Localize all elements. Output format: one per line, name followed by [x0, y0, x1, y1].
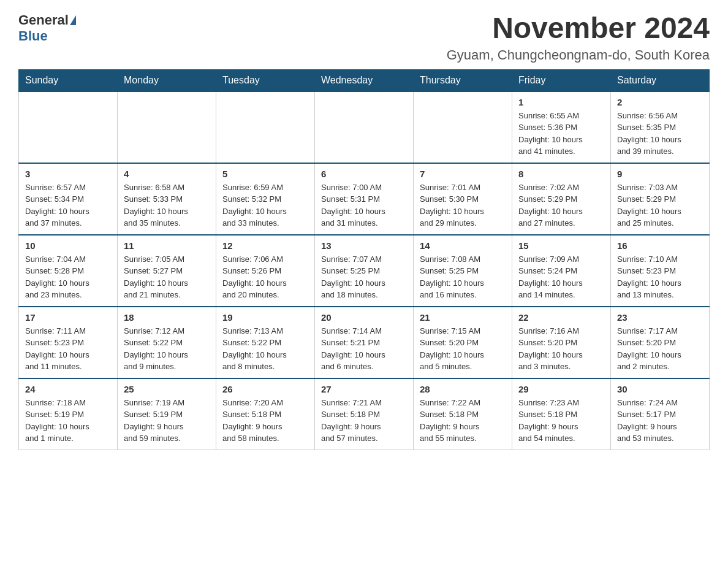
day-info: Sunrise: 6:58 AM Sunset: 5:33 PM Dayligh… — [124, 182, 210, 229]
calendar-cell: 24Sunrise: 7:18 AM Sunset: 5:19 PM Dayli… — [19, 378, 118, 450]
day-info: Sunrise: 6:57 AM Sunset: 5:34 PM Dayligh… — [25, 182, 111, 229]
day-info: Sunrise: 7:15 AM Sunset: 5:20 PM Dayligh… — [420, 325, 506, 373]
day-info: Sunrise: 7:10 AM Sunset: 5:23 PM Dayligh… — [617, 253, 703, 301]
day-info: Sunrise: 7:02 AM Sunset: 5:29 PM Dayligh… — [518, 182, 604, 229]
day-number: 17 — [25, 312, 111, 323]
calendar-cell: 25Sunrise: 7:19 AM Sunset: 5:19 PM Dayli… — [118, 378, 216, 450]
logo-triangle-icon — [70, 15, 76, 25]
calendar-cell: 21Sunrise: 7:15 AM Sunset: 5:20 PM Dayli… — [414, 307, 512, 378]
day-number: 25 — [124, 384, 210, 394]
day-number: 9 — [617, 169, 703, 179]
day-info: Sunrise: 7:23 AM Sunset: 5:18 PM Dayligh… — [518, 397, 604, 445]
day-info: Sunrise: 7:19 AM Sunset: 5:19 PM Dayligh… — [124, 397, 210, 445]
day-info: Sunrise: 6:56 AM Sunset: 5:35 PM Dayligh… — [617, 110, 703, 158]
day-number: 5 — [222, 169, 308, 179]
calendar-cell: 6Sunrise: 7:00 AM Sunset: 5:31 PM Daylig… — [315, 163, 414, 235]
calendar-week-row: 10Sunrise: 7:04 AM Sunset: 5:28 PM Dayli… — [19, 235, 710, 307]
day-number: 7 — [420, 169, 506, 179]
day-number: 27 — [321, 384, 407, 394]
calendar-cell: 5Sunrise: 6:59 AM Sunset: 5:32 PM Daylig… — [216, 163, 315, 235]
title-block: November 2024 Gyuam, Chungcheongnam-do, … — [447, 12, 710, 63]
calendar-cell: 18Sunrise: 7:12 AM Sunset: 5:22 PM Dayli… — [118, 307, 216, 378]
day-number: 10 — [25, 240, 111, 251]
calendar-cell: 20Sunrise: 7:14 AM Sunset: 5:21 PM Dayli… — [315, 307, 414, 378]
day-number: 20 — [321, 312, 407, 323]
day-info: Sunrise: 7:07 AM Sunset: 5:25 PM Dayligh… — [321, 253, 407, 301]
day-number: 4 — [124, 169, 210, 179]
day-number: 26 — [222, 384, 308, 394]
calendar-cell: 14Sunrise: 7:08 AM Sunset: 5:25 PM Dayli… — [414, 235, 512, 307]
calendar-cell: 4Sunrise: 6:58 AM Sunset: 5:33 PM Daylig… — [118, 163, 216, 235]
calendar-cell: 19Sunrise: 7:13 AM Sunset: 5:22 PM Dayli… — [216, 307, 315, 378]
day-info: Sunrise: 7:20 AM Sunset: 5:18 PM Dayligh… — [222, 397, 308, 445]
day-number: 18 — [124, 312, 210, 323]
calendar-header-sunday: Sunday — [19, 69, 118, 91]
calendar-cell: 1Sunrise: 6:55 AM Sunset: 5:36 PM Daylig… — [512, 91, 611, 163]
calendar-header-saturday: Saturday — [611, 69, 710, 91]
day-number: 15 — [518, 240, 604, 251]
calendar-cell: 10Sunrise: 7:04 AM Sunset: 5:28 PM Dayli… — [19, 235, 118, 307]
calendar-cell — [216, 91, 315, 163]
calendar-cell — [414, 91, 512, 163]
day-number: 29 — [518, 384, 604, 394]
day-info: Sunrise: 7:04 AM Sunset: 5:28 PM Dayligh… — [25, 253, 111, 301]
calendar-cell: 12Sunrise: 7:06 AM Sunset: 5:26 PM Dayli… — [216, 235, 315, 307]
day-info: Sunrise: 7:08 AM Sunset: 5:25 PM Dayligh… — [420, 253, 506, 301]
day-number: 8 — [518, 169, 604, 179]
calendar-header-wednesday: Wednesday — [315, 69, 414, 91]
day-info: Sunrise: 7:09 AM Sunset: 5:24 PM Dayligh… — [518, 253, 604, 301]
calendar-cell: 23Sunrise: 7:17 AM Sunset: 5:20 PM Dayli… — [611, 307, 710, 378]
calendar-header-friday: Friday — [512, 69, 611, 91]
calendar-cell: 30Sunrise: 7:24 AM Sunset: 5:17 PM Dayli… — [611, 378, 710, 450]
calendar-header-thursday: Thursday — [414, 69, 512, 91]
calendar-cell: 29Sunrise: 7:23 AM Sunset: 5:18 PM Dayli… — [512, 378, 611, 450]
day-number: 13 — [321, 240, 407, 251]
calendar-cell: 17Sunrise: 7:11 AM Sunset: 5:23 PM Dayli… — [19, 307, 118, 378]
day-number: 21 — [420, 312, 506, 323]
day-info: Sunrise: 7:18 AM Sunset: 5:19 PM Dayligh… — [25, 397, 111, 445]
calendar-cell: 9Sunrise: 7:03 AM Sunset: 5:29 PM Daylig… — [611, 163, 710, 235]
calendar-cell: 16Sunrise: 7:10 AM Sunset: 5:23 PM Dayli… — [611, 235, 710, 307]
calendar-cell: 2Sunrise: 6:56 AM Sunset: 5:35 PM Daylig… — [611, 91, 710, 163]
logo-blue-text: Blue — [18, 28, 48, 44]
day-number: 16 — [617, 240, 703, 251]
calendar-header-row: SundayMondayTuesdayWednesdayThursdayFrid… — [19, 69, 710, 91]
day-info: Sunrise: 7:00 AM Sunset: 5:31 PM Dayligh… — [321, 182, 407, 229]
day-number: 12 — [222, 240, 308, 251]
day-info: Sunrise: 7:11 AM Sunset: 5:23 PM Dayligh… — [25, 325, 111, 373]
day-info: Sunrise: 7:05 AM Sunset: 5:27 PM Dayligh… — [124, 253, 210, 301]
day-info: Sunrise: 6:55 AM Sunset: 5:36 PM Dayligh… — [518, 110, 604, 158]
calendar-cell: 27Sunrise: 7:21 AM Sunset: 5:18 PM Dayli… — [315, 378, 414, 450]
calendar-header-monday: Monday — [118, 69, 216, 91]
day-number: 3 — [25, 169, 111, 179]
day-number: 1 — [518, 97, 604, 107]
calendar-week-row: 24Sunrise: 7:18 AM Sunset: 5:19 PM Dayli… — [19, 378, 710, 450]
day-number: 23 — [617, 312, 703, 323]
calendar-cell: 13Sunrise: 7:07 AM Sunset: 5:25 PM Dayli… — [315, 235, 414, 307]
logo: General Blue — [18, 12, 77, 44]
day-number: 22 — [518, 312, 604, 323]
day-number: 11 — [124, 240, 210, 251]
day-info: Sunrise: 7:13 AM Sunset: 5:22 PM Dayligh… — [222, 325, 308, 373]
day-info: Sunrise: 7:21 AM Sunset: 5:18 PM Dayligh… — [321, 397, 407, 445]
day-info: Sunrise: 7:17 AM Sunset: 5:20 PM Dayligh… — [617, 325, 703, 373]
calendar-cell — [315, 91, 414, 163]
calendar-header-tuesday: Tuesday — [216, 69, 315, 91]
month-title: November 2024 — [447, 12, 710, 45]
calendar-cell — [118, 91, 216, 163]
calendar-week-row: 1Sunrise: 6:55 AM Sunset: 5:36 PM Daylig… — [19, 91, 710, 163]
day-info: Sunrise: 7:12 AM Sunset: 5:22 PM Dayligh… — [124, 325, 210, 373]
day-info: Sunrise: 7:16 AM Sunset: 5:20 PM Dayligh… — [518, 325, 604, 373]
day-number: 19 — [222, 312, 308, 323]
day-info: Sunrise: 7:14 AM Sunset: 5:21 PM Dayligh… — [321, 325, 407, 373]
day-number: 14 — [420, 240, 506, 251]
calendar-cell: 28Sunrise: 7:22 AM Sunset: 5:18 PM Dayli… — [414, 378, 512, 450]
calendar-cell: 8Sunrise: 7:02 AM Sunset: 5:29 PM Daylig… — [512, 163, 611, 235]
calendar-week-row: 17Sunrise: 7:11 AM Sunset: 5:23 PM Dayli… — [19, 307, 710, 378]
day-number: 2 — [617, 97, 703, 107]
calendar-cell: 26Sunrise: 7:20 AM Sunset: 5:18 PM Dayli… — [216, 378, 315, 450]
day-info: Sunrise: 6:59 AM Sunset: 5:32 PM Dayligh… — [222, 182, 308, 229]
day-info: Sunrise: 7:22 AM Sunset: 5:18 PM Dayligh… — [420, 397, 506, 445]
calendar-week-row: 3Sunrise: 6:57 AM Sunset: 5:34 PM Daylig… — [19, 163, 710, 235]
day-info: Sunrise: 7:01 AM Sunset: 5:30 PM Dayligh… — [420, 182, 506, 229]
